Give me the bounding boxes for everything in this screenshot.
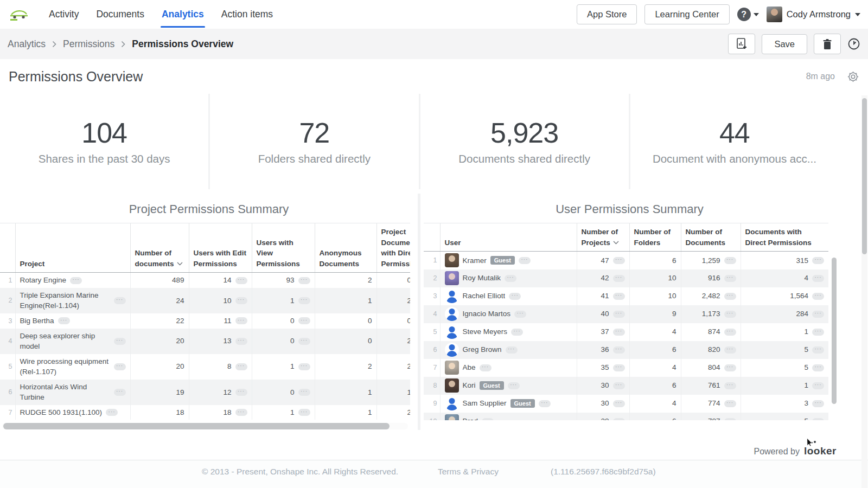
options-icon[interactable] [613,311,625,318]
page-scrollbar[interactable] [861,95,867,488]
tab-analytics[interactable]: Analytics [153,0,213,29]
app-store-button[interactable]: App Store [577,4,637,24]
options-icon[interactable] [613,418,625,420]
user-name[interactable]: Abe [463,362,476,373]
user-name[interactable]: Greg Brown [463,344,502,355]
user-name[interactable]: Kramer [463,255,487,266]
options-icon[interactable] [724,346,736,354]
user-name[interactable]: Roy Mutalik [463,273,501,284]
kpi-folders-shared[interactable]: 72 Folders shared directly [210,94,418,189]
options-icon[interactable] [724,293,736,300]
project-name[interactable]: Wire processing equipment (Rel-1.107) [20,356,110,377]
options-icon[interactable] [114,389,126,396]
options-icon[interactable] [539,400,551,407]
options-icon[interactable] [114,297,126,304]
options-icon[interactable] [509,293,521,300]
project-name[interactable]: Rotary Engine [20,275,67,286]
options-icon[interactable] [724,364,736,371]
value[interactable]: 315 [796,255,808,266]
value[interactable]: 1,259 [702,255,720,266]
value[interactable]: 4 [804,273,808,284]
col-users-edit[interactable]: Users with Edit Permissions [189,223,252,273]
options-icon[interactable] [298,363,310,370]
user-name[interactable]: Brad [463,416,478,420]
value[interactable]: 41 [601,291,609,301]
project-name[interactable]: RUDGE 500 1931(1.100) [20,407,103,418]
value[interactable]: 10 [223,296,231,306]
options-icon[interactable] [235,277,247,284]
col-users-view[interactable]: Users with View Permissions [252,223,315,273]
value[interactable]: 916 [708,273,720,284]
value[interactable]: 0 [290,336,295,346]
options-icon[interactable] [298,297,310,304]
options-icon[interactable] [508,382,520,389]
add-report-button[interactable] [728,34,755,54]
options-icon[interactable] [514,311,526,318]
options-icon[interactable] [812,418,824,420]
options-icon[interactable] [298,317,310,324]
value[interactable]: 12 [223,387,231,398]
project-name[interactable]: Horizontal Axis Wind Turbine [20,382,110,403]
breadcrumb-analytics[interactable]: Analytics [8,38,46,50]
kpi-documents-shared[interactable]: 5,923 Documents shared directly [420,94,629,189]
user-name[interactable]: Sam Supplier [463,398,507,409]
project-name[interactable]: Triple Expansion Marine Engine(Rel-1.104… [20,290,110,311]
horizontal-scrollbar[interactable] [2,423,408,429]
options-icon[interactable] [235,389,247,396]
options-icon[interactable] [519,257,531,264]
options-icon[interactable] [506,346,518,354]
value[interactable]: 3 [804,398,808,409]
col-anonymous-documents[interactable]: Anonymous Documents [315,223,376,273]
value[interactable]: 13 [223,336,231,346]
value[interactable]: 774 [708,398,720,409]
options-icon[interactable] [724,382,736,389]
user-name[interactable]: Kori [463,380,476,391]
value[interactable]: 820 [708,344,720,355]
delete-button[interactable] [814,34,841,54]
value[interactable]: 1,564 [790,291,808,301]
options-icon[interactable] [724,257,736,264]
col-direct-permissions[interactable]: Project Documents with Direct Permission… [376,223,410,273]
options-icon[interactable] [114,338,126,345]
user-menu[interactable]: Cody Armstrong [767,7,860,22]
options-icon[interactable] [812,364,824,371]
options-icon[interactable] [613,257,625,264]
scrollbar-thumb[interactable] [832,258,837,404]
value[interactable]: 761 [708,380,720,391]
value[interactable]: 1 [290,361,295,372]
options-icon[interactable] [613,400,625,407]
scrollbar-thumb[interactable] [3,423,390,429]
value[interactable]: 874 [708,326,720,337]
options-icon[interactable] [613,329,625,336]
col-number-of-folders[interactable]: Number of Folders [629,223,681,252]
options-icon[interactable] [812,293,824,300]
options-icon[interactable] [298,389,310,396]
project-name[interactable]: Big Bertha [20,316,54,326]
history-button[interactable] [847,37,860,50]
value[interactable]: 47 [601,255,609,266]
options-icon[interactable] [812,329,824,336]
options-icon[interactable] [724,275,736,282]
value[interactable]: 1 [290,296,295,306]
options-icon[interactable] [613,364,625,371]
options-icon[interactable] [724,311,736,318]
options-icon[interactable] [812,346,824,354]
col-project[interactable]: Project [15,223,130,273]
options-icon[interactable] [235,297,247,304]
value[interactable]: 40 [601,309,609,319]
value[interactable]: 18 [223,407,231,418]
options-icon[interactable] [812,275,824,282]
value[interactable]: 30 [601,380,609,391]
help-menu[interactable]: ? [737,8,759,21]
col-number-of-documents[interactable]: Number of documents [130,223,189,273]
options-icon[interactable] [724,329,736,336]
value[interactable]: 2,482 [702,291,720,301]
vertical-scrollbar[interactable] [832,258,837,430]
col-documents-direct-permissions[interactable]: Documents with Direct Permissions [741,223,828,252]
company-logo[interactable] [8,3,30,26]
value[interactable]: 0 [290,387,295,398]
options-icon[interactable] [482,418,494,420]
value[interactable]: 14 [223,275,231,286]
options-icon[interactable] [812,311,824,318]
kpi-anonymous-access[interactable]: 44 Document with anonymous acc... [630,94,839,189]
